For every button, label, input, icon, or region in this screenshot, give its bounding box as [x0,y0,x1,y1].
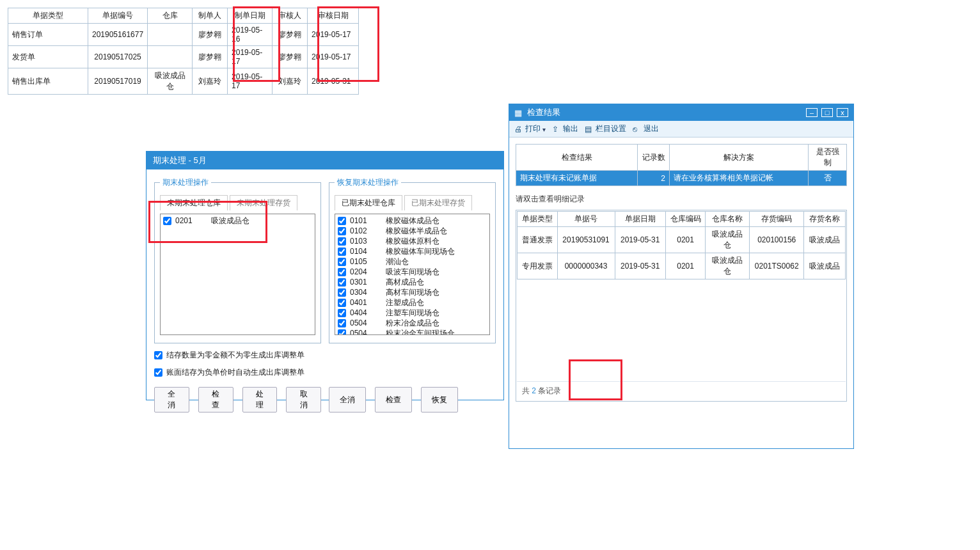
warehouse-code: 0504 [350,328,382,335]
th-wh: 仓库 [148,8,193,24]
warehouse-code: 0304 [350,287,382,297]
cell: 0201 [665,227,706,253]
summary-row-selected[interactable]: 期末处理有未记账单据 2 请在业务核算将相关单据记帐 否 [516,171,847,186]
warehouse-checkbox[interactable] [338,258,346,266]
option-zero-amount[interactable]: 结存数量为零金额不为零生成出库调整单 [154,350,496,361]
dropdown-icon[interactable] [542,125,546,134]
warehouse-name: 吸波车间现场仓 [386,267,487,277]
warehouse-checkbox[interactable] [338,329,346,336]
dialog-titlebar[interactable]: ▦ 检查结果 – □ x [509,104,853,121]
warehouse-code: 0101 [350,216,382,226]
warehouse-checkbox[interactable] [338,278,346,287]
warehouse-checkbox[interactable] [338,299,346,307]
clear-all-button[interactable]: 全消 [154,387,189,412]
list-item[interactable]: 0404注塑车间现场仓 [338,308,487,318]
check-summary-table: 检查结果 记录数 解决方案 是否强制 期末处理有未记账单据 2 请在业务核算将相… [516,144,847,186]
print-button[interactable]: 打印 [514,123,546,134]
cell: 刘嘉玲 [273,68,308,95]
cell [148,24,193,46]
unprocessed-warehouse-list[interactable]: 0201 吸波成品仓 [160,214,315,335]
cell: 专用发票 [518,253,558,279]
th-solution: 解决方案 [670,145,809,171]
th-bill-no: 单据号 [557,212,615,227]
restore-period-group: 恢复期末处理操作 已期末处理仓库 已期末处理存货 0101橡胶磁体成品仓0102… [329,177,496,343]
check-result-dialog: ▦ 检查结果 – □ x 打印 输出 栏目设置 退出 检查结果 记录数 解决方案… [509,104,854,449]
th-cdate: 制单日期 [228,8,273,24]
table-row[interactable]: 销售出库单 20190517019 吸波成品仓 刘嘉玲 2019-05-17 刘… [8,68,359,95]
list-item[interactable]: 0401注塑成品仓 [338,297,487,308]
close-button[interactable]: x [837,108,848,117]
list-item[interactable]: 0101橡胶磁体成品仓 [338,216,487,226]
maximize-button[interactable]: □ [821,108,833,117]
record-count-footer: 共 2 条记录 [517,381,846,400]
list-item[interactable]: 0201 吸波成品仓 [163,216,312,226]
warehouse-checkbox[interactable] [338,217,346,225]
warehouse-checkbox[interactable] [338,248,346,256]
tool-label: 栏目设置 [596,123,626,134]
warehouse-checkbox[interactable] [338,288,346,297]
cell: 020100156 [750,227,804,253]
list-item[interactable]: 0504粉末冶金成品仓 [338,318,487,328]
cell: 0201 [665,253,706,279]
cell [148,46,193,68]
tab-processed-inventory[interactable]: 已期末处理存货 [404,195,472,210]
warehouse-name: 高材成品仓 [386,277,487,287]
footer-suffix: 条记录 [536,386,561,395]
list-item[interactable]: 0104橡胶磁体车间现场仓 [338,246,487,256]
cell: 销售出库单 [8,68,88,95]
list-item[interactable]: 0105潮汕仓 [338,256,487,267]
warehouse-checkbox[interactable] [338,268,346,276]
exit-icon [633,125,642,134]
th-doc-type: 单据类型 [8,8,88,24]
exit-button[interactable]: 退出 [633,123,659,134]
list-item[interactable]: 0301高材成品仓 [338,277,487,287]
cell: 2019-05-17 [228,46,273,68]
top-table-header: 单据类型 单据编号 仓库 制单人 制单日期 审核人 审核日期 [8,8,359,24]
checkbox-zero-amount[interactable] [154,351,162,359]
minimize-button[interactable]: – [806,108,818,117]
warehouse-checkbox[interactable] [338,319,346,327]
export-button[interactable]: 输出 [552,123,578,134]
table-row[interactable]: 销售订单 201905161677 廖梦翱 2019-05-16 廖梦翱 201… [8,24,359,46]
cell: 发货单 [8,46,88,68]
checkbox-negative-price[interactable] [154,368,162,377]
tab-processed-warehouse[interactable]: 已期末处理仓库 [335,195,402,210]
warehouse-checkbox[interactable] [338,227,346,235]
dialog-title: 检查结果 [527,107,560,118]
processed-warehouse-list[interactable]: 0101橡胶磁体成品仓0102橡胶磁体半成品仓0103橡胶磁体原料仓0104橡胶… [335,214,490,335]
check-button[interactable]: 检查 [198,387,233,412]
option-negative-price[interactable]: 账面结存为负单价时自动生成出库调整单 [154,367,496,378]
process-button[interactable]: 处理 [242,387,278,412]
list-item[interactable]: 0103橡胶磁体原料仓 [338,236,487,246]
warehouse-checkbox[interactable] [338,309,346,317]
table-row[interactable]: 发货单 20190517025 廖梦翱 2019-05-17 廖梦翱 2019-… [8,46,359,68]
column-settings-button[interactable]: 栏目设置 [585,123,626,134]
warehouse-checkbox[interactable] [163,217,171,225]
table-row[interactable]: 专用发票 0000000343 2019-05-31 0201 吸波成品仓 02… [518,253,846,279]
list-item[interactable]: 0204吸波车间现场仓 [338,267,487,277]
cell: 2019-05-31 [615,253,665,279]
tab-unprocessed-warehouse[interactable]: 未期末处理仓库 [160,195,228,210]
warehouse-code: 0102 [350,226,382,236]
restore-button[interactable]: 恢复 [421,387,458,412]
table-row[interactable]: 普通发票 20190531091 2019-05-31 0201 吸波成品仓 0… [518,227,846,253]
check-button[interactable]: 检查 [375,387,412,412]
tab-unprocessed-inventory[interactable]: 未期末处理存货 [230,195,297,210]
toolbar: 打印 输出 栏目设置 退出 [509,121,853,138]
print-icon [514,125,523,134]
cell-count: 2 [638,171,670,186]
list-item[interactable]: 0304高材车间现场仓 [338,287,487,297]
cell: 廖梦翱 [273,46,308,68]
cell: 廖梦翱 [193,24,228,46]
th-result: 检查结果 [516,145,638,171]
list-item[interactable]: 0504粉末冶金车间现场仓 [338,328,487,335]
th-count: 记录数 [638,145,670,171]
left-button-row: 全消 检查 处理 取消 [154,387,321,412]
list-item[interactable]: 0102橡胶磁体半成品仓 [338,226,487,236]
th-wh-name: 仓库名称 [706,212,750,227]
clear-all-button[interactable]: 全消 [329,387,366,412]
cell: 2019-05-16 [228,24,273,46]
warehouse-checkbox[interactable] [338,237,346,246]
cancel-button[interactable]: 取消 [286,387,321,412]
th-auditor: 审核人 [273,8,308,24]
